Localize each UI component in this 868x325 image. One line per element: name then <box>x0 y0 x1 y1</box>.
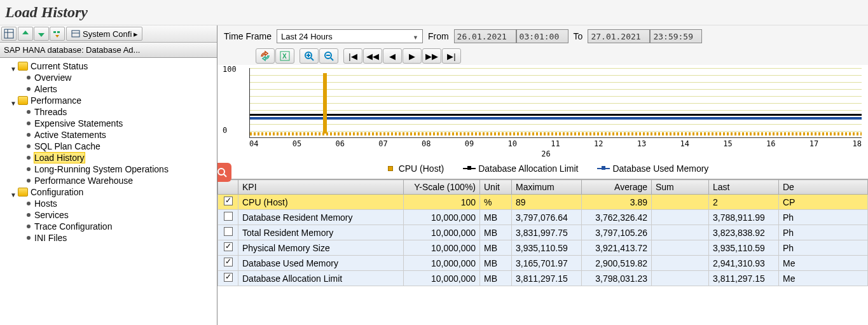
from-date-field[interactable]: 26.01.2021 <box>454 29 516 43</box>
bullet-icon <box>27 133 31 137</box>
table-row[interactable]: CPU (Host) 100 % 89 3.89 2 CP <box>218 195 868 210</box>
grid-icon[interactable] <box>1 27 17 41</box>
search-icon[interactable] <box>217 163 231 182</box>
row-checkbox-cell[interactable] <box>218 210 238 225</box>
col-kpi[interactable]: KPI <box>238 180 404 195</box>
cell-last: 3,788,911.99 <box>709 210 779 225</box>
tree-long-running[interactable]: Long-Running System Operations <box>1 163 216 175</box>
refresh-icon[interactable] <box>256 48 275 64</box>
tree-ini-files[interactable]: INI Files <box>1 232 216 244</box>
tree-load-history[interactable]: Load History <box>1 152 216 163</box>
to-time-field[interactable]: 23:59:59 <box>650 29 702 43</box>
to-date-field[interactable]: 27.01.2021 <box>588 29 650 43</box>
from-time-field[interactable]: 03:01:00 <box>516 29 568 43</box>
timeframe-row: Time Frame Last 24 Hours From 26.01.2021… <box>217 25 868 47</box>
system-config-button[interactable]: System Confi▸ <box>66 27 142 41</box>
col-max[interactable]: Maximum <box>512 180 582 195</box>
checkbox-icon[interactable] <box>224 273 233 282</box>
folder-icon <box>18 96 28 105</box>
chart-legend: CPU (Host) Database Allocation Limit Dat… <box>230 161 862 176</box>
tree-services[interactable]: Services <box>1 209 216 221</box>
nav-tree: Current Status Overview Alerts Performan… <box>0 58 217 325</box>
left-toolbar: System Confi▸ <box>0 25 217 43</box>
col-last[interactable]: Last <box>709 180 779 195</box>
forward-icon[interactable]: ▶▶ <box>422 48 441 64</box>
tree-up-icon[interactable] <box>50 27 65 41</box>
bullet-icon <box>27 213 31 217</box>
timeframe-label: Time Frame <box>224 31 272 41</box>
col-de[interactable]: De <box>779 180 868 195</box>
svg-rect-0 <box>4 29 13 38</box>
timeframe-dropdown[interactable]: Last 24 Hours <box>277 29 423 43</box>
row-checkbox-cell[interactable] <box>218 225 238 240</box>
legend-label: Database Used Memory <box>612 163 708 174</box>
checkbox-icon[interactable] <box>224 258 233 266</box>
cell-max: 3,935,110.59 <box>512 240 582 256</box>
cell-yscale: 10,000,000 <box>404 256 480 271</box>
tree-sql-plan-cache[interactable]: SQL Plan Cache <box>1 141 216 152</box>
cell-sum <box>652 256 709 271</box>
tree-configuration[interactable]: Configuration <box>1 186 216 198</box>
prev-icon[interactable]: ◀ <box>383 48 402 64</box>
tree-expensive-statements[interactable]: Expensive Statements <box>1 118 216 129</box>
table-row[interactable]: Database Allocation Limit 10,000,000 MB … <box>218 271 868 286</box>
tree-hosts[interactable]: Hosts <box>1 198 216 209</box>
tree-overview[interactable]: Overview <box>1 72 216 83</box>
col-sum[interactable]: Sum <box>652 180 709 195</box>
checkbox-icon[interactable] <box>224 227 233 236</box>
tree-trace-config[interactable]: Trace Configuration <box>1 221 216 232</box>
chevron-down-icon <box>10 63 17 69</box>
tree-alerts[interactable]: Alerts <box>1 83 216 95</box>
row-checkbox-cell[interactable] <box>218 256 238 271</box>
cell-yscale: 10,000,000 <box>404 210 480 225</box>
cell-de: CP <box>779 195 868 210</box>
checkbox-icon[interactable] <box>224 242 233 251</box>
checkbox-icon[interactable] <box>224 197 233 205</box>
rewind-icon[interactable]: ◀◀ <box>363 48 382 64</box>
cell-last: 3,811,297.15 <box>709 271 779 286</box>
zoom-out-icon[interactable] <box>319 48 338 64</box>
tree-perf-warehouse[interactable]: Performance Warehouse <box>1 175 216 186</box>
export-excel-icon[interactable]: X <box>275 48 294 64</box>
first-icon[interactable]: |◀ <box>343 48 362 64</box>
zoom-in-icon[interactable] <box>300 48 319 64</box>
row-checkbox-cell[interactable] <box>218 195 238 210</box>
checkbox-icon[interactable] <box>224 212 233 221</box>
tree-performance[interactable]: Performance <box>1 95 216 106</box>
table-row[interactable]: Database Resident Memory 10,000,000 MB 3… <box>218 210 868 225</box>
timeframe-value: Last 24 Hours <box>281 32 333 41</box>
col-unit[interactable]: Unit <box>480 180 512 195</box>
cell-de: Me <box>779 256 868 271</box>
next-icon[interactable]: ▶ <box>403 48 422 64</box>
tree-current-status[interactable]: Current Status <box>1 60 216 72</box>
col-yscale[interactable]: Y-Scale (100%) <box>404 180 480 195</box>
chart-plot[interactable] <box>249 68 862 138</box>
y-tick: 0 <box>223 126 237 135</box>
x-tick: 15 <box>723 139 732 148</box>
tree-label: Configuration <box>31 187 83 197</box>
tree-threads[interactable]: Threads <box>1 106 216 118</box>
tree-active-statements[interactable]: Active Statements <box>1 129 216 141</box>
tree-label: Services <box>34 210 69 220</box>
tree-header: SAP HANA database: Database Ad... <box>0 43 217 58</box>
collapse-icon[interactable] <box>18 27 33 41</box>
expand-icon[interactable] <box>34 27 49 41</box>
cell-avg: 3,798,031.23 <box>582 271 652 286</box>
row-checkbox-cell[interactable] <box>218 240 238 256</box>
legend-item: Database Used Memory <box>597 163 708 174</box>
table-row[interactable]: Total Resident Memory 10,000,000 MB 3,83… <box>218 225 868 240</box>
col-avg[interactable]: Average <box>582 180 652 195</box>
table-row[interactable]: Physical Memory Size 10,000,000 MB 3,935… <box>218 240 868 256</box>
row-checkbox-cell[interactable] <box>218 271 238 286</box>
tree-label: Active Statements <box>34 130 106 140</box>
cell-last: 2 <box>709 195 779 210</box>
chart-series-cpu <box>250 131 862 137</box>
cell-unit: MB <box>480 271 512 286</box>
cell-yscale: 10,000,000 <box>404 271 480 286</box>
table-row[interactable]: Database Used Memory 10,000,000 MB 3,165… <box>218 256 868 271</box>
right-panel: Time Frame Last 24 Hours From 26.01.2021… <box>217 25 868 325</box>
last-icon[interactable]: ▶| <box>442 48 461 64</box>
cell-sum <box>652 271 709 286</box>
tree-label: SQL Plan Cache <box>34 141 100 151</box>
page-title: Load History <box>0 0 868 25</box>
